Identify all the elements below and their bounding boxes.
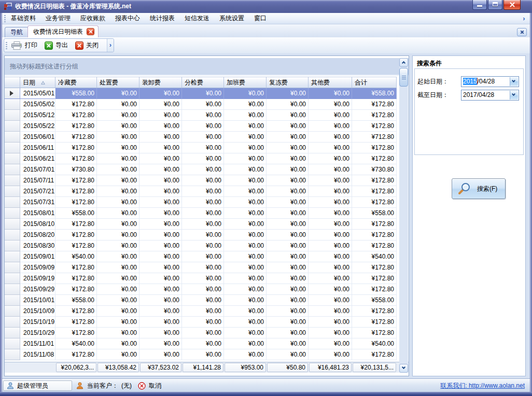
menu-item-6[interactable]: 系统设置 (215, 13, 249, 24)
cell-value[interactable]: ¥0.00 (139, 153, 182, 164)
cell-value[interactable]: ¥0.00 (224, 121, 267, 132)
start-date-input[interactable]: 2015/04/28 (461, 76, 519, 87)
cell-value[interactable]: ¥0.00 (309, 121, 352, 132)
cell-value[interactable]: ¥0.00 (267, 230, 309, 241)
table-row[interactable]: 2015/06/11¥172.80¥0.00¥0.00¥0.00¥0.00¥0.… (5, 143, 397, 153)
cell-value[interactable]: ¥0.00 (97, 121, 139, 132)
table-row[interactable]: 2015/06/21¥172.80¥0.00¥0.00¥0.00¥0.00¥0.… (5, 153, 397, 164)
cell-value[interactable]: ¥0.00 (97, 295, 139, 306)
cell-date[interactable]: 2015/09/29 (20, 284, 55, 295)
end-date-dropdown-icon[interactable] (510, 91, 518, 100)
cell-value[interactable]: ¥0.00 (139, 175, 182, 186)
cell-date[interactable]: 2015/05/01 (20, 88, 55, 99)
table-row[interactable]: 2015/08/01¥558.00¥0.00¥0.00¥0.00¥0.00¥0.… (5, 208, 397, 219)
cell-value[interactable]: ¥0.00 (139, 328, 182, 338)
contact-link[interactable]: 联系我们: http://www.aolan.net (440, 381, 525, 390)
column-header-1[interactable]: 冷藏费 (55, 77, 97, 88)
table-row[interactable]: 2015/07/21¥172.80¥0.00¥0.00¥0.00¥0.00¥0.… (5, 186, 397, 197)
cancel-icon[interactable] (138, 382, 146, 390)
column-header-6[interactable]: 复冻费 (267, 77, 309, 88)
table-row[interactable]: 2015/05/22¥172.80¥0.00¥0.00¥0.00¥0.00¥0.… (5, 121, 397, 132)
cell-date[interactable]: 2015/08/01 (20, 208, 55, 219)
cell-value[interactable]: ¥0.00 (182, 317, 224, 328)
cell-value[interactable]: ¥172.80 (55, 121, 97, 132)
cell-value[interactable]: ¥0.00 (309, 262, 352, 273)
cell-value[interactable]: ¥172.80 (352, 241, 397, 251)
cell-value[interactable]: ¥0.00 (97, 251, 139, 262)
cell-value[interactable]: ¥0.00 (267, 295, 309, 306)
cell-value[interactable]: ¥172.80 (55, 230, 97, 241)
cell-date[interactable]: 2015/09/19 (20, 273, 55, 284)
cell-value[interactable]: ¥0.00 (224, 273, 267, 284)
cell-value[interactable]: ¥0.00 (224, 251, 267, 262)
table-row[interactable]: 2015/05/12¥172.80¥0.00¥0.00¥0.00¥0.00¥0.… (5, 110, 397, 121)
cell-date[interactable]: 2015/07/01 (20, 164, 55, 175)
cell-value[interactable]: ¥172.80 (352, 186, 397, 197)
cell-value[interactable]: ¥730.80 (352, 164, 397, 175)
column-header-3[interactable]: 装卸费 (139, 77, 182, 88)
cell-value[interactable]: ¥0.00 (139, 164, 182, 175)
cell-value[interactable]: ¥0.00 (309, 164, 352, 175)
cell-value[interactable]: ¥0.00 (97, 317, 139, 328)
cell-value[interactable]: ¥172.80 (352, 121, 397, 132)
cell-value[interactable]: ¥0.00 (267, 251, 309, 262)
cell-value[interactable]: ¥172.80 (352, 317, 397, 328)
cell-value[interactable]: ¥0.00 (139, 306, 182, 317)
vertical-scrollbar[interactable] (399, 58, 408, 373)
cell-date[interactable]: 2015/06/11 (20, 143, 55, 153)
cell-value[interactable]: ¥558.00 (352, 208, 397, 219)
cell-value[interactable]: ¥172.80 (352, 110, 397, 121)
cell-value[interactable]: ¥0.00 (182, 295, 224, 306)
cell-value[interactable]: ¥0.00 (309, 153, 352, 164)
cell-value[interactable]: ¥172.80 (55, 241, 97, 251)
cell-value[interactable]: ¥172.80 (352, 175, 397, 186)
tabstrip-close-button[interactable] (517, 28, 527, 36)
cell-value[interactable]: ¥0.00 (182, 153, 224, 164)
cell-value[interactable]: ¥558.00 (55, 295, 97, 306)
cell-value[interactable]: ¥0.00 (139, 338, 182, 349)
cell-value[interactable]: ¥0.00 (224, 306, 267, 317)
cancel-label[interactable]: 取消 (149, 381, 161, 390)
cell-value[interactable]: ¥0.00 (139, 317, 182, 328)
cell-value[interactable]: ¥172.80 (352, 273, 397, 284)
cell-value[interactable]: ¥0.00 (182, 251, 224, 262)
cell-value[interactable]: ¥0.00 (139, 251, 182, 262)
cell-value[interactable]: ¥0.00 (224, 208, 267, 219)
table-row[interactable]: 2015/09/09¥172.80¥0.00¥0.00¥0.00¥0.00¥0.… (5, 262, 397, 273)
cell-value[interactable]: ¥172.80 (55, 262, 97, 273)
cell-date[interactable]: 2015/11/01 (20, 338, 55, 349)
cell-value[interactable]: ¥712.80 (352, 132, 397, 143)
cell-value[interactable]: ¥0.00 (267, 99, 309, 110)
cell-value[interactable]: ¥0.00 (309, 110, 352, 121)
cell-value[interactable]: ¥0.00 (139, 284, 182, 295)
cell-value[interactable]: ¥0.00 (224, 110, 267, 121)
cell-value[interactable]: ¥172.80 (352, 197, 397, 208)
column-header-0[interactable]: 日期 (20, 77, 55, 88)
cell-value[interactable]: ¥0.00 (97, 349, 139, 360)
minimize-button[interactable] (472, 0, 487, 10)
cell-value[interactable]: ¥0.00 (267, 208, 309, 219)
search-button[interactable]: 搜索(F) (452, 178, 506, 199)
cell-value[interactable]: ¥172.80 (352, 306, 397, 317)
cell-value[interactable]: ¥0.00 (267, 328, 309, 338)
cell-value[interactable]: ¥172.80 (55, 273, 97, 284)
cell-value[interactable]: ¥0.00 (267, 110, 309, 121)
tab-navigation[interactable]: 导航 (5, 27, 29, 37)
cell-value[interactable]: ¥0.00 (267, 197, 309, 208)
cell-value[interactable]: ¥558.00 (352, 88, 397, 99)
cell-value[interactable]: ¥0.00 (267, 175, 309, 186)
cell-value[interactable]: ¥0.00 (97, 153, 139, 164)
cell-value[interactable]: ¥172.80 (55, 219, 97, 230)
cell-value[interactable]: ¥0.00 (267, 284, 309, 295)
column-header-4[interactable]: 分检费 (182, 77, 224, 88)
table-row[interactable]: 2015/05/01¥558.00¥0.00¥0.00¥0.00¥0.00¥0.… (5, 88, 397, 99)
cell-value[interactable]: ¥0.00 (97, 175, 139, 186)
menu-overflow-chevron-icon[interactable]: › (520, 14, 528, 23)
print-button[interactable]: 打印 (7, 39, 41, 52)
table-row[interactable]: 2015/08/30¥172.80¥0.00¥0.00¥0.00¥0.00¥0.… (5, 241, 397, 251)
cell-value[interactable]: ¥0.00 (309, 186, 352, 197)
cell-value[interactable]: ¥0.00 (309, 284, 352, 295)
cell-date[interactable]: 2015/07/21 (20, 186, 55, 197)
cell-value[interactable]: ¥0.00 (139, 197, 182, 208)
cell-value[interactable]: ¥172.80 (352, 143, 397, 153)
